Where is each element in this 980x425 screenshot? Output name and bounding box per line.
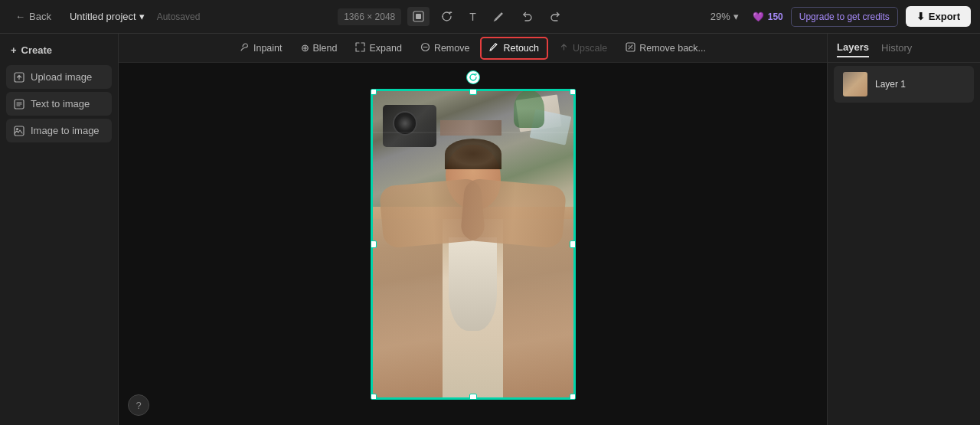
sidebar-item-image-to-image[interactable]: Image to image — [6, 119, 112, 142]
sidebar-create-icon: + — [11, 44, 17, 56]
rotate-tool-button[interactable] — [436, 7, 458, 26]
credits-icon: 💜 — [753, 11, 764, 22]
credits-count: 150 — [768, 11, 783, 22]
layer-thumbnail — [843, 72, 867, 96]
remove-bg-button[interactable]: Remove back... — [618, 38, 714, 58]
back-icon: ← — [15, 11, 25, 22]
zoom-control[interactable]: 29% ▾ — [704, 8, 745, 25]
export-button[interactable]: ⬇ Export — [906, 6, 971, 27]
sidebar-header: + Create — [6, 41, 112, 62]
history-tab[interactable]: History — [881, 39, 912, 57]
upscale-button[interactable]: Upscale — [551, 38, 615, 58]
sidebar-image-label: Image to image — [31, 125, 100, 136]
retouch-label: Retouch — [503, 43, 539, 54]
main-body: + Create Upload image Text to image — [0, 34, 980, 425]
blend-label: Blend — [313, 43, 338, 54]
inpaint-icon — [240, 42, 250, 54]
expand-button[interactable]: Expand — [348, 38, 409, 58]
blend-button[interactable]: ⊕ Blend — [293, 38, 345, 57]
text-tool-icon: T — [469, 11, 476, 23]
remove-bg-label: Remove back... — [639, 43, 706, 54]
topbar: ← Back Untitled project ▾ Autosaved 1366… — [0, 0, 980, 34]
layers-header: Layers History — [828, 34, 980, 63]
inpaint-button[interactable]: Inpaint — [232, 38, 290, 58]
topbar-left: ← Back Untitled project ▾ Autosaved — [9, 8, 200, 25]
expand-label: Expand — [369, 43, 401, 54]
topbar-right: 29% ▾ 💜 150 Upgrade to get credits ⬇ Exp… — [704, 6, 971, 27]
canvas-image — [371, 89, 576, 400]
pen-tool-button[interactable] — [488, 7, 510, 26]
project-name-text: Untitled project — [70, 11, 136, 22]
remove-button[interactable]: Remove — [413, 38, 478, 58]
layer-thumb-inner — [843, 72, 867, 96]
select-tool-button[interactable] — [407, 7, 430, 26]
layers-panel: Layers History Layer 1 — [827, 34, 980, 425]
text-tool-button[interactable]: T — [464, 7, 482, 27]
canvas-size: 1366 × 2048 — [338, 8, 401, 25]
credits-badge[interactable]: 💜 150 — [753, 11, 783, 22]
sidebar-upload-label: Upload image — [31, 71, 92, 83]
text-to-image-icon — [14, 99, 24, 110]
svg-point-5 — [16, 128, 18, 130]
toolbar: Inpaint ⊕ Blend Expand — [119, 34, 827, 63]
upscale-label: Upscale — [573, 43, 607, 54]
inpaint-label: Inpaint — [253, 43, 283, 54]
layers-tab[interactable]: Layers — [837, 38, 869, 57]
canvas-area[interactable]: ? — [119, 63, 827, 425]
upgrade-button[interactable]: Upgrade to get credits — [791, 7, 898, 27]
remove-bg-icon — [626, 42, 635, 54]
layer-name: Layer 1 — [875, 79, 906, 90]
redo-button[interactable] — [544, 7, 567, 26]
expand-icon — [355, 42, 365, 54]
retouch-button[interactable]: Retouch — [480, 37, 548, 60]
canvas-wrapper — [371, 89, 576, 400]
image-to-image-icon — [14, 126, 24, 136]
blend-icon: ⊕ — [301, 42, 309, 54]
project-name[interactable]: Untitled project ▾ — [65, 8, 149, 25]
topbar-center: 1366 × 2048 T — [338, 7, 567, 27]
sidebar-text-label: Text to image — [31, 98, 90, 110]
retouch-icon — [489, 42, 499, 54]
help-icon: ? — [136, 400, 141, 411]
main-content: Inpaint ⊕ Blend Expand — [119, 34, 827, 425]
zoom-level: 29% — [710, 11, 730, 22]
export-icon: ⬇ — [916, 11, 925, 22]
chevron-down-icon: ▾ — [139, 11, 145, 22]
upscale-icon — [559, 42, 569, 54]
layer-item[interactable]: Layer 1 — [834, 66, 974, 103]
upload-icon — [14, 72, 24, 83]
chevron-down-icon: ▾ — [733, 11, 739, 22]
export-label: Export — [929, 11, 960, 22]
back-button[interactable]: ← Back — [9, 8, 57, 25]
svg-rect-1 — [416, 14, 421, 19]
back-label: Back — [29, 11, 51, 22]
remove-label: Remove — [434, 43, 470, 54]
sidebar-item-upload[interactable]: Upload image — [6, 65, 112, 89]
autosaved-label: Autosaved — [157, 11, 201, 22]
rotate-handle[interactable] — [466, 70, 480, 84]
undo-button[interactable] — [516, 7, 538, 26]
help-button[interactable]: ? — [128, 394, 149, 416]
sidebar-create-label: Create — [21, 44, 52, 56]
sidebar: + Create Upload image Text to image — [0, 34, 119, 425]
sidebar-item-text-to-image[interactable]: Text to image — [6, 92, 112, 116]
remove-icon — [420, 42, 430, 54]
